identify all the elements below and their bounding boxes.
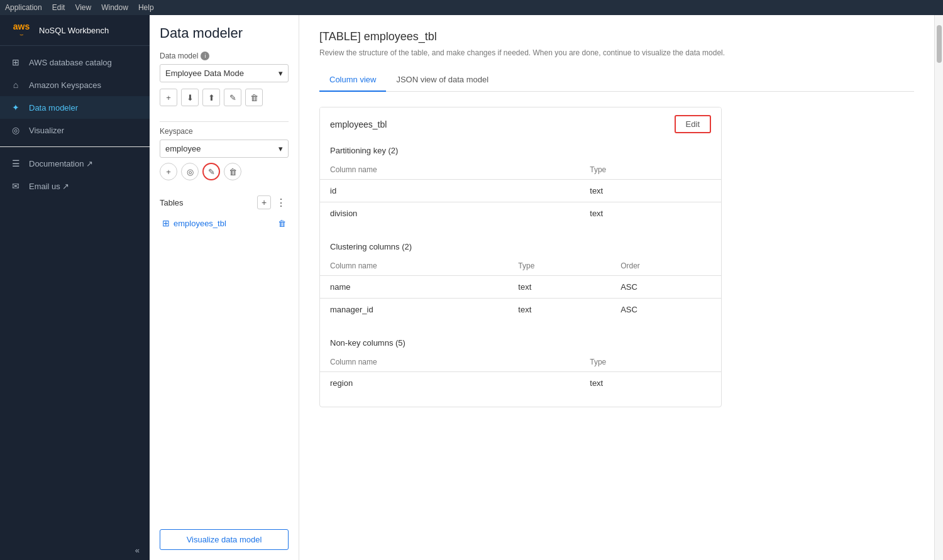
cell-order: ASC: [610, 299, 721, 321]
table-row: division text: [320, 202, 721, 225]
cell-type: text: [508, 299, 610, 321]
doc-icon: ☰: [10, 158, 21, 168]
delete-model-button[interactable]: 🗑: [245, 89, 263, 106]
sidebar-collapse-button[interactable]: «: [0, 541, 150, 560]
cell-type: text: [580, 180, 721, 202]
table-row: region text: [320, 372, 721, 395]
grid-icon: ⊞: [10, 57, 21, 67]
tab-json-view[interactable]: JSON view of data model: [386, 70, 499, 92]
delete-keyspace-button[interactable]: 🗑: [224, 163, 241, 180]
menu-window[interactable]: Window: [101, 3, 128, 12]
visualize-data-model-button[interactable]: Visualize data model: [160, 529, 289, 550]
non-key-columns-title: Non-key columns (5): [320, 333, 721, 353]
chevron-down-icon: ▾: [278, 144, 283, 153]
sidebar-item-visualizer[interactable]: ◎ Visualizer: [0, 119, 150, 141]
upload-model-button[interactable]: ⬆: [202, 89, 220, 106]
view-keyspace-button[interactable]: ◎: [181, 163, 199, 180]
add-keyspace-button[interactable]: +: [160, 163, 177, 180]
sidebar-item-label: AWS database catalog: [29, 58, 112, 67]
menu-help[interactable]: Help: [138, 3, 154, 12]
sidebar-item-data-modeler[interactable]: ✦ Data modeler: [0, 96, 150, 119]
edit-model-button[interactable]: ✎: [224, 89, 241, 106]
sidebar-logo: aws ⌣ NoSQL Workbench: [0, 15, 150, 46]
col-header-type: Type: [580, 160, 721, 180]
modeler-icon: ✦: [10, 102, 21, 113]
edit-keyspace-button[interactable]: ✎: [202, 163, 220, 180]
clustering-columns-title: Clustering columns (2): [320, 237, 721, 256]
cell-type: text: [580, 202, 721, 225]
col-header-type: Type: [580, 353, 721, 372]
sidebar-item-label: Data modeler: [29, 103, 78, 113]
table-card: employees_tbl Edit Partitioning key (2) …: [319, 107, 722, 407]
table-list-item[interactable]: ⊞ employees_tbl 🗑: [160, 214, 289, 232]
col-header-type: Type: [508, 256, 610, 276]
col-header-order: Order: [610, 256, 721, 276]
table-item-left: ⊞ employees_tbl: [162, 218, 226, 228]
sidebar-item-keyspaces[interactable]: ⌂ Amazon Keyspaces: [0, 74, 150, 96]
tabs-row: Column view JSON view of data model: [319, 70, 914, 92]
home-icon: ⌂: [10, 80, 21, 90]
sidebar-item-label: Documentation ↗: [29, 159, 93, 168]
content-title: [TABLE] employees_tbl: [319, 30, 914, 43]
edit-table-button[interactable]: Edit: [675, 115, 711, 133]
keyspace-section: Keyspace employee ▾ + ◎ ✎ 🗑: [160, 127, 289, 188]
menu-application[interactable]: Application: [5, 3, 42, 12]
cell-column-name: id: [320, 180, 580, 202]
cell-order: ASC: [610, 276, 721, 299]
download-model-button[interactable]: ⬇: [181, 89, 199, 106]
data-model-dropdown[interactable]: Employee Data Mode ▾: [160, 64, 289, 82]
panel-title: Data modeler: [160, 25, 289, 41]
sidebar-nav: ⊞ AWS database catalog ⌂ Amazon Keyspace…: [0, 46, 150, 541]
table-row: manager_id text ASC: [320, 299, 721, 321]
aws-text: aws: [13, 22, 30, 31]
keyspace-toolbar: + ◎ ✎ 🗑: [160, 163, 289, 180]
sidebar-item-label: Amazon Keyspaces: [29, 80, 101, 90]
sidebar-item-label: Visualizer: [29, 126, 64, 135]
tab-column-view[interactable]: Column view: [319, 70, 386, 92]
scrollbar-thumb: [937, 25, 942, 63]
table-row: name text ASC: [320, 276, 721, 299]
email-icon: ✉: [10, 181, 21, 191]
add-model-button[interactable]: +: [160, 89, 177, 106]
cell-type: text: [580, 372, 721, 395]
tables-header: Tables + ⋮: [160, 195, 289, 209]
menu-bar: Application Edit View Window Help: [0, 0, 943, 15]
menu-edit[interactable]: Edit: [52, 3, 65, 12]
middle-panel: Data modeler Data model i Employee Data …: [150, 15, 299, 560]
partitioning-key-section: Partitioning key (2) Column name Type id…: [320, 141, 721, 224]
cell-column-name: name: [320, 276, 508, 299]
eye-icon: ◎: [10, 125, 21, 135]
clustering-columns-section: Clustering columns (2) Column name Type …: [320, 237, 721, 321]
data-model-value: Employee Data Mode: [165, 69, 244, 78]
delete-table-icon[interactable]: 🗑: [278, 219, 286, 228]
cell-type: text: [508, 276, 610, 299]
keyspace-label: Keyspace: [160, 127, 289, 136]
menu-view[interactable]: View: [75, 3, 91, 12]
data-model-label: Data model i: [160, 52, 289, 60]
cell-column-name: region: [320, 372, 580, 395]
non-key-columns-section: Non-key columns (5) Column name Type reg…: [320, 333, 721, 394]
collapse-icon: «: [135, 546, 140, 555]
table-icon: ⊞: [162, 218, 170, 228]
aws-logo-icon: aws ⌣: [10, 23, 33, 38]
sidebar: aws ⌣ NoSQL Workbench ⊞ AWS database cat…: [0, 15, 150, 560]
chevron-down-icon: ▾: [278, 69, 283, 78]
app-layout: aws ⌣ NoSQL Workbench ⊞ AWS database cat…: [0, 15, 943, 560]
sidebar-item-email[interactable]: ✉ Email us ↗: [0, 175, 150, 197]
app-title: NoSQL Workbench: [39, 26, 109, 35]
table-card-name: employees_tbl: [330, 119, 387, 129]
sidebar-item-aws-catalog[interactable]: ⊞ AWS database catalog: [0, 51, 150, 74]
table-row: id text: [320, 180, 721, 202]
non-key-columns-table: Column name Type region text: [320, 353, 721, 394]
scrollbar[interactable]: [934, 15, 943, 560]
clustering-columns-table: Column name Type Order name text ASC man…: [320, 256, 721, 321]
partitioning-key-title: Partitioning key (2): [320, 141, 721, 160]
keyspace-dropdown[interactable]: employee ▾: [160, 140, 289, 158]
aws-smile: ⌣: [19, 31, 24, 38]
add-table-button[interactable]: +: [257, 195, 271, 209]
data-model-toolbar: + ⬇ ⬆ ✎ 🗑: [160, 89, 289, 106]
table-card-header: employees_tbl Edit: [320, 107, 721, 141]
main-content: [TABLE] employees_tbl Review the structu…: [299, 15, 934, 560]
sidebar-item-documentation[interactable]: ☰ Documentation ↗: [0, 152, 150, 175]
tables-menu-button[interactable]: ⋮: [273, 197, 289, 209]
